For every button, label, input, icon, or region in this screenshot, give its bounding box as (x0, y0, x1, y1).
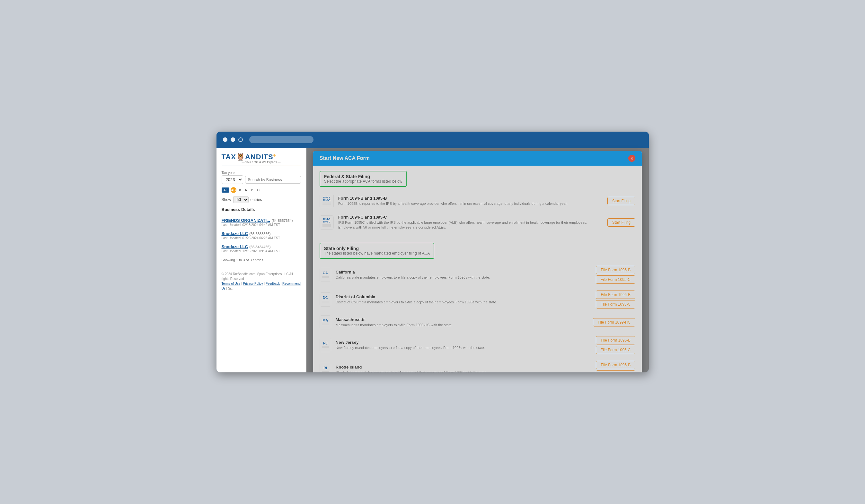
dc-file-1095c-button[interactable]: File Form 1095-C (596, 300, 635, 308)
federal-section-subtitle: Select the appropriate ACA forms listed … (324, 179, 402, 184)
state-badge-nj: NJ (320, 338, 331, 352)
modal-overlay: Start New ACA Form × Federal & State Fil… (307, 148, 649, 372)
state-actions-ma: File Form 1099-HC (593, 318, 635, 327)
start-filing-1094b-button[interactable]: Start Filing (608, 197, 635, 205)
ri-file-1095b-button[interactable]: File Form 1095-B (596, 361, 635, 369)
form-desc-1094c: IRS Form 1095C is filed with the IRS by … (338, 220, 603, 230)
state-code-ri: RI (323, 366, 327, 370)
filter-tab-c[interactable]: C (256, 187, 261, 192)
divider (320, 238, 635, 239)
dc-file-1095b-button[interactable]: File Form 1095-B (596, 291, 635, 299)
main-content: Start New ACA Form × Federal & State Fil… (307, 148, 649, 372)
form-actions-1094c: Start Filing (608, 218, 635, 227)
form-info-1094b: Form 1094-B and 1095-B Form 1095B is rep… (338, 196, 603, 206)
logo-area: TAX🦉ANDITS® — Your 1099 & W2 Experts — (222, 153, 301, 166)
state-info-ma: Massachusetts Massachusetts mandates emp… (336, 317, 588, 327)
business-updated-2: Last Updated: 12/19/2023 09:34 AM EST (222, 249, 301, 253)
business-ein-2: (65-3434455) (249, 245, 270, 249)
search-input[interactable] (245, 176, 301, 184)
browser-window: TAX🦉ANDITS® — Your 1099 & W2 Experts — T… (217, 132, 649, 372)
filter-tabs: All AB # A B C (222, 187, 301, 193)
show-row: Show 50 entries (222, 196, 301, 203)
state-row-ri: RI Rhode Island Rhode Island mandates em… (320, 358, 635, 372)
ma-file-1099hc-button[interactable]: File Form 1099-HC (593, 318, 635, 327)
business-name-0: FRIENDS ORGANIZATI... (222, 218, 270, 223)
state-section-title: State only Filing (324, 246, 430, 251)
state-row-ma: MA Massachusetts Massachusetts mandates … (320, 312, 635, 333)
state-section-header: State only Filing The states listed belo… (320, 243, 435, 259)
modal-header: Start New ACA Form × (313, 151, 642, 166)
state-desc-ri: Rhode Island mandates employers to e-fil… (336, 370, 591, 372)
state-info-ri: Rhode Island Rhode Island mandates emplo… (336, 365, 591, 372)
form-row-1094b: 1094-B1095-B Form 1094-B and 1095-B (320, 191, 635, 212)
browser-dot-yellow[interactable] (231, 137, 235, 142)
showing-text: Showing 1 to 3 of 3 entries (222, 258, 301, 262)
form-name-1094b: Form 1094-B and 1095-B (338, 196, 603, 201)
footer-copyright: © 2024 TaxBandits.com, Span Enterprises … (222, 272, 301, 281)
state-badge-ri: RI (320, 363, 331, 372)
logo: TAX🦉ANDITS® — Your 1099 & W2 Experts — (222, 153, 301, 164)
nj-file-1095b-button[interactable]: File Form 1095-B (596, 336, 635, 344)
ca-file-1095c-button[interactable]: File Form 1095-C (596, 276, 635, 284)
form-info-1094c: Form 1094-C and 1095-C IRS Form 1095C is… (338, 215, 603, 230)
state-badge-ma: MA (320, 315, 331, 329)
form-icon-1094b: 1094-B1095-B (320, 194, 334, 208)
logo-text: TAX🦉ANDITS® (222, 153, 276, 161)
business-ein-0: (54-8657654) (272, 219, 292, 222)
state-actions-nj: File Form 1095-B File Form 1095-C (596, 336, 635, 354)
form-icon-1094c: 1094-C1095-C (320, 215, 334, 230)
state-badge-ca: CA (320, 268, 331, 282)
business-name-1: Snodaze LLC (222, 231, 248, 236)
filter-tab-a[interactable]: A (243, 187, 248, 192)
address-bar[interactable] (249, 136, 313, 143)
browser-content: TAX🦉ANDITS® — Your 1099 & W2 Experts — T… (217, 148, 649, 372)
business-item-1[interactable]: Snodaze LLC (65-6353566) Last Updated: 0… (222, 231, 301, 240)
business-item-0[interactable]: FRIENDS ORGANIZATI... (54-8657654) Last … (222, 217, 301, 227)
federal-forms-list: 1094-B1095-B Form 1094-B and 1095-B (320, 191, 635, 233)
state-name-ca: California (336, 270, 591, 274)
footer-link-terms[interactable]: Terms of Use (222, 282, 241, 285)
nj-file-1095c-button[interactable]: File Form 1095-C (596, 346, 635, 354)
logo-owl: 🦉 (236, 153, 245, 161)
business-ein-1: (65-6353566) (249, 232, 270, 236)
state-info-ca: California California state mandates emp… (336, 270, 591, 280)
state-name-ri: Rhode Island (336, 365, 591, 370)
browser-dot-red[interactable] (223, 137, 228, 142)
state-actions-ca: File Form 1095-B File Form 1095-C (596, 266, 635, 284)
footer-link-privacy[interactable]: Privacy Policy (243, 282, 263, 285)
footer-link-feedback[interactable]: Feedback (266, 282, 280, 285)
modal-close-button[interactable]: × (628, 155, 635, 162)
federal-section-title: Federal & State Filing (324, 174, 402, 179)
filter-tab-circle[interactable]: AB (231, 187, 237, 193)
state-desc-ca: California state mandates employers to e… (336, 275, 591, 280)
tax-year-select[interactable]: 2023 (222, 175, 243, 184)
state-info-dc: District of Columbia District of Columbi… (336, 294, 591, 305)
state-row-ca: CA California California state mandates … (320, 262, 635, 287)
show-select[interactable]: 50 (233, 196, 249, 203)
filter-tab-b[interactable]: B (250, 187, 254, 192)
filter-tab-all[interactable]: All (222, 187, 229, 192)
browser-toolbar (217, 132, 649, 148)
state-code-ma: MA (323, 319, 328, 322)
tax-year-label: Tax year (222, 171, 301, 175)
sidebar: TAX🦉ANDITS® — Your 1099 & W2 Experts — T… (217, 148, 307, 372)
start-filing-1094c-button[interactable]: Start Filing (608, 218, 635, 227)
state-desc-dc: District of Columbia mandates employers … (336, 300, 591, 305)
business-item-2[interactable]: Snodaze LLC (65-3434455) Last Updated: 1… (222, 244, 301, 253)
state-actions-dc: File Form 1095-B File Form 1095-C (596, 291, 635, 308)
business-updated-1: Last Updated: 01/29/2024 06:28 AM EST (222, 236, 301, 240)
browser-dot-green[interactable] (238, 137, 243, 142)
modal-title: Start New ACA Form (320, 155, 370, 161)
modal-body: Federal & State Filing Select the approp… (313, 166, 642, 372)
ca-file-1095b-button[interactable]: File Form 1095-B (596, 266, 635, 274)
state-code-nj: NJ (323, 342, 327, 345)
business-name-2: Snodaze LLC (222, 244, 248, 249)
state-actions-ri: File Form 1095-B File Form 1095-C (596, 361, 635, 372)
state-name-nj: New Jersey (336, 340, 591, 345)
form-row-1094c: 1094-C1095-C Form 1094-C and 1095-C (320, 212, 635, 233)
filter-tab-hash[interactable]: # (238, 187, 242, 192)
state-name-dc: District of Columbia (336, 294, 591, 299)
footer-links: Terms of Use | Privacy Policy | Feedback… (222, 281, 301, 291)
state-desc-ma: Massachusetts mandates employers to e-fi… (336, 323, 588, 327)
ri-file-1095c-button[interactable]: File Form 1095-C (596, 371, 635, 372)
